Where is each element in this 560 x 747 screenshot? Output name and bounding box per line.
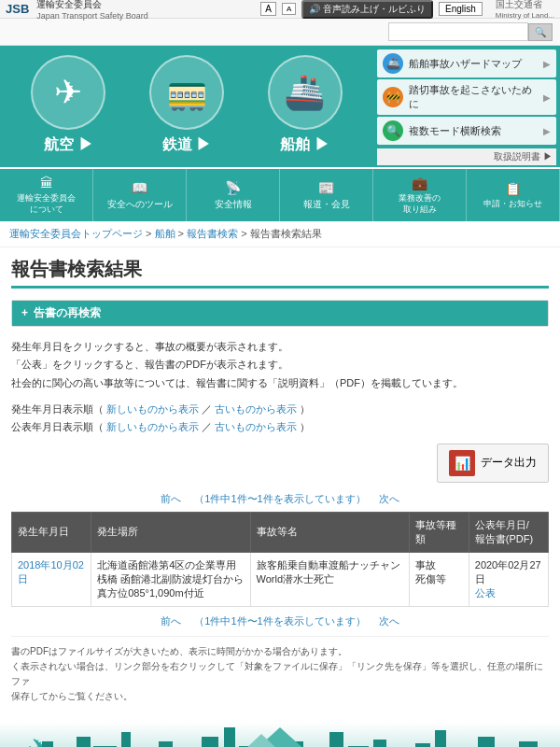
nav-tools[interactable]: 📖 安全へのツール — [93, 169, 187, 221]
col-location: 発生場所 — [91, 512, 250, 552]
rail-arrow: ▶ — [196, 136, 211, 152]
ship-circle: 🚢 — [268, 55, 343, 130]
tools-label: 安全へのツール — [107, 198, 173, 210]
col-type: 事故等種類 — [409, 512, 469, 552]
re-search-header[interactable]: + 告書の再検索 — [12, 301, 548, 326]
count-info-top: （1件中1件〜1件を表示しています） — [184, 493, 375, 504]
accident-date-link[interactable]: 2018年10月02日 — [18, 559, 84, 585]
data-output-button[interactable]: 📊 データ出力 — [437, 444, 549, 483]
font-large-btn[interactable]: A — [260, 2, 276, 16]
rail-label: 鉄道 ▶ — [162, 135, 211, 159]
nav-improvement[interactable]: 💼 業務改善の 取り組み — [373, 169, 467, 221]
press-label: 報道・会見 — [303, 198, 350, 210]
page-content: 報告書検索結果 + 告書の再検索 発生年月日をクリックすると、事故の概要が表示さ… — [0, 247, 560, 713]
hazard-arrow: ▶ — [543, 59, 551, 69]
svg-rect-7 — [121, 732, 131, 747]
prev-link-bottom[interactable]: 前へ — [161, 615, 181, 627]
info-text: 発生年月日をクリックすると、事故の概要が表示されます。 「公表」をクリックすると… — [11, 338, 549, 393]
svg-rect-26 — [519, 741, 538, 747]
side-link-hazard[interactable]: 🚢 船舶事故ハザードマップ ▶ — [377, 49, 556, 78]
pub-link[interactable]: 公表 — [475, 587, 496, 599]
search-button[interactable]: 🔍 — [528, 23, 553, 41]
ship-arrow: ▶ — [315, 136, 329, 152]
footer-note: 書のPDFはファイルサイズが大きいため、表示に時間がかかる場合があります。 く表… — [11, 636, 549, 704]
svg-rect-19 — [373, 740, 386, 747]
crossing-icon: 🚧 — [383, 87, 403, 107]
crossing-arrow: ▶ — [543, 92, 551, 103]
org-info: 運輸安全委員会 Japan Transport Safety Board — [36, 0, 148, 21]
data-output-label: データ出力 — [481, 455, 537, 471]
hero-nav: ✈ 航空 ▶ 🚃 鉄道 ▶ 🚢 船舶 ▶ 🚢 — [0, 46, 560, 167]
breadcrumb-search[interactable]: 報告書検索 — [187, 228, 238, 239]
info-line1: 発生年月日をクリックすると、事故の概要が表示されます。 — [11, 338, 549, 357]
nav-ship[interactable]: 🚢 船舶 ▶ — [245, 55, 364, 159]
english-btn[interactable]: English — [439, 2, 483, 16]
prev-link-top[interactable]: 前へ — [161, 493, 181, 504]
svg-rect-17 — [329, 732, 343, 747]
breadcrumb-ship[interactable]: 船舶 — [155, 228, 175, 239]
aviation-circle: ✈ — [31, 55, 105, 130]
date-old-link2[interactable]: 古いものから表示 — [215, 421, 297, 432]
search-box: 🔍 — [388, 22, 553, 41]
date-order-row1: 発生年月日表示順（ 新しいものから表示 ／ 古いものから表示 ） — [11, 402, 549, 416]
cell-pubdate: 2020年02月27日 公表 — [469, 552, 548, 606]
press-icon: 📰 — [318, 179, 334, 196]
nav-safety-info[interactable]: 📡 安全情報 — [187, 169, 280, 221]
footer-note-line1: 書のPDFはファイルサイズが大きいため、表示に時間がかかる場合があります。 — [11, 644, 549, 659]
date-new-link2[interactable]: 新しいものから表示 — [106, 421, 199, 432]
nav-press[interactable]: 📰 報道・会見 — [280, 169, 373, 221]
side-links: 🚢 船舶事故ハザードマップ ▶ 🚧 踏切事故を起こさないために ▶ 🔍 複数モー… — [373, 46, 560, 169]
next-link-top[interactable]: 次へ — [379, 493, 399, 504]
info-line3: 社会的に関心の高い事故等については、報告書に関する「説明資料」（PDF）を掲載し… — [11, 374, 549, 393]
results-table: 発生年月日 発生場所 事故等名 事故等種類 公表年月日/報告書(PDF) 201… — [11, 512, 549, 607]
search-input[interactable] — [388, 22, 528, 41]
table-body: 2018年10月02日 北海道函館港第4区の企業専用桟橋 函館港北副防波堤灯台か… — [12, 552, 549, 606]
page-title: 報告書検索結果 — [11, 257, 549, 289]
nav-about[interactable]: 🏛 運輸安全委員会 について — [0, 169, 93, 221]
mlit-label: 国土交通省 — [496, 0, 554, 11]
nav-aviation[interactable]: ✈ 航空 ▶ — [9, 55, 128, 159]
date-new-link1[interactable]: 新しいものから表示 — [106, 403, 199, 415]
nav-apply[interactable]: 📋 申請・お知らせ — [467, 169, 560, 221]
nav-text-top: 前へ （1件中1件〜1件を表示しています） 次へ — [11, 492, 549, 506]
svg-rect-11 — [202, 737, 218, 747]
date-old-link1[interactable]: 古いものから表示 — [215, 403, 297, 415]
footer-skyline — [0, 723, 560, 747]
hazard-label: 船舶事故ハザードマップ — [409, 57, 522, 71]
col-name: 事故等名 — [250, 512, 409, 552]
cell-type: 事故 死傷等 — [409, 552, 469, 606]
mlit-logo: 国土交通省 Ministry of Land... — [496, 0, 554, 20]
data-output-wrap: 📊 データ出力 — [11, 444, 549, 483]
audio-icon: 🔊 — [309, 4, 323, 14]
about-icon: 🏛 — [40, 175, 53, 191]
csv-icon: 📊 — [455, 456, 470, 471]
main-nav: 🏛 運輸安全委員会 について 📖 安全へのツール 📡 安全情報 📰 報道・会見 … — [0, 167, 560, 221]
manual-link[interactable]: 取扱説明書 ▶ — [377, 148, 556, 165]
breadcrumb: 運輸安全委員会トップページ > 船舶 > 報告書検索 > 報告書検索結果 — [0, 221, 560, 247]
multimode-arrow: ▶ — [543, 126, 551, 136]
ship-label: 船舶 ▶ — [280, 135, 329, 159]
cell-accident-name: 旅客船乗自動車渡船ナッチャンWorld潜水士死亡 — [250, 552, 409, 606]
breadcrumb-top[interactable]: 運輸安全委員会トップページ — [9, 228, 143, 239]
font-small-btn[interactable]: A — [282, 3, 296, 15]
re-search-label: 告書の再検索 — [34, 305, 101, 321]
logo: JSB 運輸安全委員会 Japan Transport Safety Board — [6, 0, 148, 21]
nav-rail[interactable]: 🚃 鉄道 ▶ — [128, 55, 246, 159]
svg-rect-3 — [42, 741, 53, 747]
footer-note-line2: く表示されない場合は、リンク部分を右クリックして「対象をファイルに保存」「リンク… — [11, 659, 549, 689]
audio-label: 音声読み上げ・ルビふり — [323, 4, 426, 14]
svg-rect-9 — [159, 741, 173, 747]
date-order-label2: 公表年月日表示順（ — [11, 421, 104, 432]
side-link-crossing[interactable]: 🚧 踏切事故を起こさないために ▶ — [377, 79, 556, 115]
header-search: 🔍 — [0, 19, 560, 46]
next-link-bottom[interactable]: 次へ — [379, 615, 399, 627]
breadcrumb-sep2: > — [178, 228, 187, 239]
audio-btn[interactable]: 🔊 音声読み上げ・ルビふり — [301, 0, 433, 19]
breadcrumb-current: 報告書検索結果 — [250, 228, 322, 239]
hazard-icon: 🚢 — [383, 53, 403, 74]
re-search-panel: + 告書の再検索 — [11, 300, 549, 327]
breadcrumb-sep3: > — [241, 228, 249, 239]
side-link-multimode[interactable]: 🔍 複数モード横断検索 ▶ — [377, 117, 556, 145]
apply-label: 申請・お知らせ — [483, 199, 542, 210]
svg-rect-22 — [435, 730, 446, 747]
